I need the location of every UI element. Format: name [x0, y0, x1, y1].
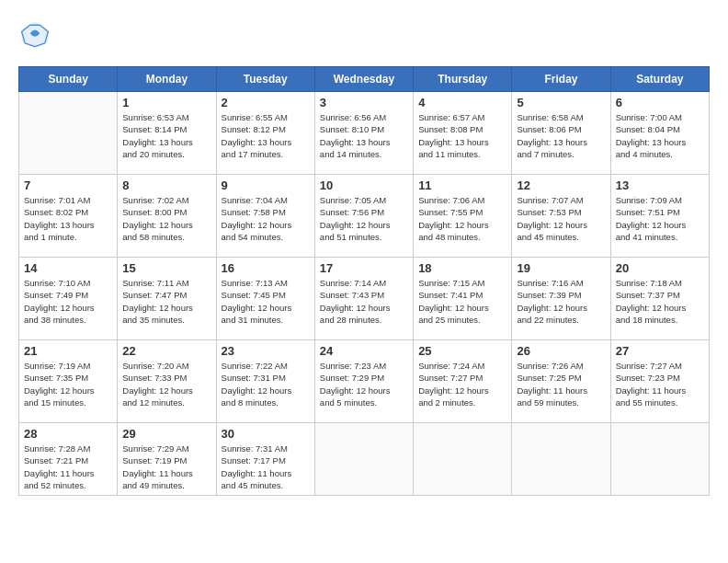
calendar-week-row: 7Sunrise: 7:01 AM Sunset: 8:02 PM Daylig…	[19, 175, 710, 258]
calendar-cell: 25Sunrise: 7:24 AM Sunset: 7:27 PM Dayli…	[414, 340, 512, 423]
calendar-body: 1Sunrise: 6:53 AM Sunset: 8:14 PM Daylig…	[19, 92, 710, 496]
cell-info: Sunrise: 7:26 AM Sunset: 7:25 PM Dayligh…	[517, 360, 605, 408]
calendar-cell: 3Sunrise: 6:56 AM Sunset: 8:10 PM Daylig…	[314, 92, 413, 175]
calendar-cell: 29Sunrise: 7:29 AM Sunset: 7:19 PM Dayli…	[118, 423, 216, 496]
day-number: 10	[320, 178, 408, 192]
day-number: 3	[320, 96, 408, 109]
cell-info: Sunrise: 7:00 AM Sunset: 8:04 PM Dayligh…	[616, 111, 704, 160]
calendar-table: SundayMondayTuesdayWednesdayThursdayFrid…	[18, 66, 710, 496]
cell-info: Sunrise: 6:53 AM Sunset: 8:14 PM Dayligh…	[122, 111, 210, 160]
cell-info: Sunrise: 7:24 AM Sunset: 7:27 PM Dayligh…	[418, 360, 506, 408]
day-number: 22	[122, 344, 210, 358]
day-number: 13	[616, 178, 704, 192]
day-number: 4	[418, 96, 506, 109]
day-number: 8	[122, 178, 210, 192]
cell-info: Sunrise: 7:29 AM Sunset: 7:19 PM Dayligh…	[122, 442, 210, 491]
cell-info: Sunrise: 7:28 AM Sunset: 7:21 PM Dayligh…	[24, 442, 112, 491]
calendar-cell: 18Sunrise: 7:15 AM Sunset: 7:41 PM Dayli…	[414, 258, 512, 340]
weekday-header: Sunday	[19, 67, 118, 92]
calendar-week-row: 1Sunrise: 6:53 AM Sunset: 8:14 PM Daylig…	[19, 92, 710, 175]
cell-info: Sunrise: 7:10 AM Sunset: 7:49 PM Dayligh…	[24, 277, 112, 326]
day-number: 11	[418, 178, 506, 192]
weekday-header: Saturday	[610, 67, 709, 92]
day-number: 5	[517, 96, 605, 109]
cell-info: Sunrise: 6:58 AM Sunset: 8:06 PM Dayligh…	[517, 111, 605, 160]
calendar-cell	[512, 423, 610, 496]
calendar-cell	[414, 423, 512, 496]
cell-info: Sunrise: 6:56 AM Sunset: 8:10 PM Dayligh…	[320, 111, 408, 160]
cell-info: Sunrise: 7:20 AM Sunset: 7:33 PM Dayligh…	[122, 360, 210, 408]
day-number: 29	[122, 427, 210, 441]
calendar-cell: 19Sunrise: 7:16 AM Sunset: 7:39 PM Dayli…	[512, 258, 610, 340]
day-number: 25	[418, 344, 506, 358]
cell-info: Sunrise: 7:02 AM Sunset: 8:00 PM Dayligh…	[122, 194, 210, 243]
calendar-cell: 2Sunrise: 6:55 AM Sunset: 8:12 PM Daylig…	[216, 92, 314, 175]
day-number: 7	[24, 178, 112, 192]
calendar-cell: 17Sunrise: 7:14 AM Sunset: 7:43 PM Dayli…	[314, 258, 413, 340]
cell-info: Sunrise: 7:05 AM Sunset: 7:56 PM Dayligh…	[320, 194, 408, 243]
day-number: 28	[24, 427, 112, 441]
cell-info: Sunrise: 7:09 AM Sunset: 7:51 PM Dayligh…	[616, 194, 704, 243]
calendar-cell: 11Sunrise: 7:06 AM Sunset: 7:55 PM Dayli…	[414, 175, 512, 258]
cell-info: Sunrise: 7:15 AM Sunset: 7:41 PM Dayligh…	[418, 277, 506, 326]
calendar-week-row: 28Sunrise: 7:28 AM Sunset: 7:21 PM Dayli…	[19, 423, 710, 496]
calendar-cell: 26Sunrise: 7:26 AM Sunset: 7:25 PM Dayli…	[512, 340, 610, 423]
day-number: 20	[616, 261, 704, 275]
cell-info: Sunrise: 7:01 AM Sunset: 8:02 PM Dayligh…	[24, 194, 112, 243]
cell-info: Sunrise: 7:31 AM Sunset: 7:17 PM Dayligh…	[222, 442, 310, 491]
calendar-week-row: 14Sunrise: 7:10 AM Sunset: 7:49 PM Dayli…	[19, 258, 710, 340]
calendar-cell: 14Sunrise: 7:10 AM Sunset: 7:49 PM Dayli…	[19, 258, 118, 340]
day-number: 19	[517, 261, 605, 275]
calendar-cell: 16Sunrise: 7:13 AM Sunset: 7:45 PM Dayli…	[216, 258, 314, 340]
day-number: 9	[222, 178, 310, 192]
day-number: 12	[517, 178, 605, 192]
calendar-header: SundayMondayTuesdayWednesdayThursdayFrid…	[19, 67, 710, 92]
cell-info: Sunrise: 7:18 AM Sunset: 7:37 PM Dayligh…	[616, 277, 704, 326]
cell-info: Sunrise: 7:27 AM Sunset: 7:23 PM Dayligh…	[616, 360, 704, 408]
day-number: 14	[24, 261, 112, 275]
calendar-cell: 5Sunrise: 6:58 AM Sunset: 8:06 PM Daylig…	[512, 92, 610, 175]
day-number: 2	[222, 96, 310, 109]
calendar-cell: 7Sunrise: 7:01 AM Sunset: 8:02 PM Daylig…	[19, 175, 118, 258]
weekday-header: Wednesday	[314, 67, 413, 92]
calendar-cell: 22Sunrise: 7:20 AM Sunset: 7:33 PM Dayli…	[118, 340, 216, 423]
weekday-header: Monday	[118, 67, 216, 92]
calendar-cell: 9Sunrise: 7:04 AM Sunset: 7:58 PM Daylig…	[216, 175, 314, 258]
day-number: 1	[122, 96, 210, 109]
weekday-row: SundayMondayTuesdayWednesdayThursdayFrid…	[19, 67, 710, 92]
calendar-cell: 28Sunrise: 7:28 AM Sunset: 7:21 PM Dayli…	[19, 423, 118, 496]
day-number: 24	[320, 344, 408, 358]
calendar-cell: 21Sunrise: 7:19 AM Sunset: 7:35 PM Dayli…	[19, 340, 118, 423]
calendar-cell: 23Sunrise: 7:22 AM Sunset: 7:31 PM Dayli…	[216, 340, 314, 423]
calendar-cell: 8Sunrise: 7:02 AM Sunset: 8:00 PM Daylig…	[118, 175, 216, 258]
calendar-cell: 13Sunrise: 7:09 AM Sunset: 7:51 PM Dayli…	[610, 175, 709, 258]
day-number: 26	[517, 344, 605, 358]
day-number: 15	[122, 261, 210, 275]
calendar-cell: 6Sunrise: 7:00 AM Sunset: 8:04 PM Daylig…	[610, 92, 709, 175]
calendar-cell: 20Sunrise: 7:18 AM Sunset: 7:37 PM Dayli…	[610, 258, 709, 340]
weekday-header: Thursday	[414, 67, 512, 92]
cell-info: Sunrise: 7:19 AM Sunset: 7:35 PM Dayligh…	[24, 360, 112, 408]
calendar-cell: 30Sunrise: 7:31 AM Sunset: 7:17 PM Dayli…	[216, 423, 314, 496]
calendar-cell: 12Sunrise: 7:07 AM Sunset: 7:53 PM Dayli…	[512, 175, 610, 258]
cell-info: Sunrise: 7:14 AM Sunset: 7:43 PM Dayligh…	[320, 277, 408, 326]
calendar-cell: 10Sunrise: 7:05 AM Sunset: 7:56 PM Dayli…	[314, 175, 413, 258]
day-number: 21	[24, 344, 112, 358]
calendar-cell	[19, 92, 118, 175]
day-number: 30	[222, 427, 310, 441]
calendar-cell: 4Sunrise: 6:57 AM Sunset: 8:08 PM Daylig…	[414, 92, 512, 175]
cell-info: Sunrise: 7:13 AM Sunset: 7:45 PM Dayligh…	[222, 277, 310, 326]
cell-info: Sunrise: 7:22 AM Sunset: 7:31 PM Dayligh…	[222, 360, 310, 408]
logo-icon	[18, 18, 51, 52]
cell-info: Sunrise: 7:16 AM Sunset: 7:39 PM Dayligh…	[517, 277, 605, 326]
cell-info: Sunrise: 7:06 AM Sunset: 7:55 PM Dayligh…	[418, 194, 506, 243]
day-number: 23	[222, 344, 310, 358]
day-number: 17	[320, 261, 408, 275]
page-header	[18, 18, 710, 52]
cell-info: Sunrise: 6:57 AM Sunset: 8:08 PM Dayligh…	[418, 111, 506, 160]
day-number: 27	[616, 344, 704, 358]
calendar-cell	[314, 423, 413, 496]
cell-info: Sunrise: 7:07 AM Sunset: 7:53 PM Dayligh…	[517, 194, 605, 243]
cell-info: Sunrise: 6:55 AM Sunset: 8:12 PM Dayligh…	[222, 111, 310, 160]
logo	[18, 18, 55, 52]
